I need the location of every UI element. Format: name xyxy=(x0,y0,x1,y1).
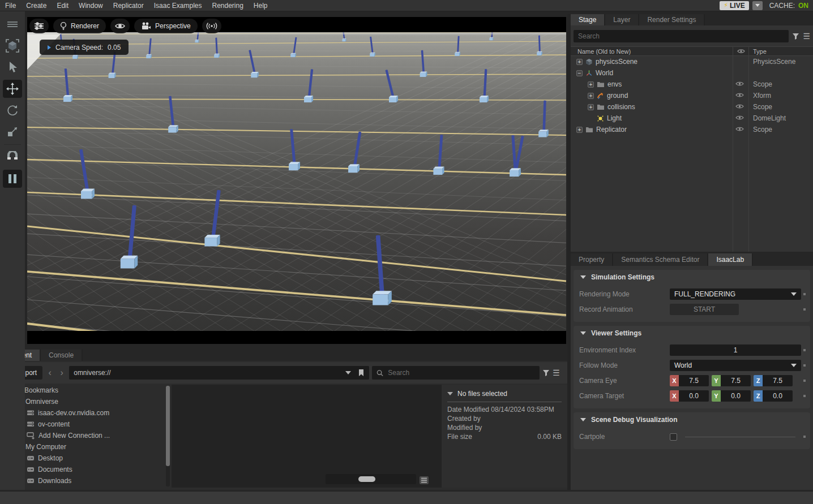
capture-button[interactable] xyxy=(202,19,221,33)
slider-thumb[interactable] xyxy=(358,476,375,482)
collapse-toggle[interactable]: − xyxy=(576,70,583,76)
axis-z-value[interactable]: 7.5 xyxy=(763,375,793,386)
snap-tool-button[interactable] xyxy=(3,148,22,166)
stage-row[interactable]: + physicsScene PhysicsScene xyxy=(571,56,813,67)
axis-y-value[interactable]: 7.5 xyxy=(721,375,751,386)
move-tool-button[interactable] xyxy=(3,80,22,98)
default-indicator[interactable] xyxy=(803,308,806,311)
visibility-menu-button[interactable] xyxy=(110,19,130,33)
stage-row[interactable]: − World xyxy=(571,67,813,79)
property-tab-isaaclab[interactable]: IsaacLab xyxy=(708,253,753,266)
icon-size-slider[interactable] xyxy=(326,474,416,484)
menu-item-file[interactable]: File xyxy=(0,0,21,11)
list-view-button[interactable] xyxy=(420,476,429,484)
content-search[interactable] xyxy=(372,366,540,380)
property-tab-property[interactable]: Property xyxy=(571,253,613,266)
bookmark-icon[interactable] xyxy=(358,369,365,377)
section-header[interactable]: Simulation Settings xyxy=(574,270,810,285)
visibility-toggle[interactable] xyxy=(735,115,744,120)
select-mode-button[interactable] xyxy=(3,37,22,55)
axis-x-value[interactable]: 7.5 xyxy=(679,375,709,386)
start-button[interactable]: START xyxy=(670,304,739,315)
stage-row[interactable]: Light DomeLight xyxy=(571,113,813,124)
menu-item-rendering[interactable]: Rendering xyxy=(207,0,248,11)
toolbar-grip[interactable] xyxy=(3,15,22,33)
content-search-input[interactable] xyxy=(388,369,535,377)
content-tab-console[interactable]: Console xyxy=(41,350,83,361)
section-header[interactable]: Viewer Settings xyxy=(574,326,810,341)
visibility-toggle[interactable] xyxy=(735,81,744,87)
pause-button[interactable] xyxy=(3,170,22,188)
rendering-mode-dropdown[interactable]: FULL_RENDERING xyxy=(670,288,801,300)
follow-mode-dropdown[interactable]: World xyxy=(670,360,801,371)
axis-z-value[interactable]: 0.0 xyxy=(763,390,793,402)
stage-search-input[interactable] xyxy=(574,30,789,42)
column-visibility-icon[interactable] xyxy=(737,49,745,54)
visibility-toggle[interactable] xyxy=(735,92,744,98)
tree-item-add-new-connection-[interactable]: + Add New Connection ... xyxy=(0,430,172,441)
property-tab-semantics-schema-editor[interactable]: Semantics Schema Editor xyxy=(613,253,708,266)
default-indicator[interactable] xyxy=(803,436,806,438)
expand-toggle[interactable]: + xyxy=(576,127,583,133)
viewport-scene[interactable] xyxy=(27,32,566,331)
stage-tab-layer[interactable]: Layer xyxy=(605,14,639,25)
forward-button[interactable]: › xyxy=(57,368,66,378)
default-indicator[interactable] xyxy=(803,395,806,397)
stage-tab-stage[interactable]: Stage xyxy=(571,14,605,25)
viewport[interactable]: Renderer Perspective Camera Speed: 0.05 xyxy=(27,17,566,344)
expand-toggle[interactable]: + xyxy=(588,93,594,99)
tree-item-downloads[interactable]: + Downloads xyxy=(0,475,172,486)
stage-row[interactable]: + envs Scope xyxy=(571,79,813,90)
menu-item-edit[interactable]: Edit xyxy=(52,0,74,11)
tree-item-omniverse[interactable]: − Omniverse xyxy=(0,396,172,407)
visibility-toggle[interactable] xyxy=(735,126,744,132)
options-menu-icon[interactable]: ☰ xyxy=(803,32,810,40)
select-tool-button[interactable] xyxy=(3,58,22,76)
details-header[interactable]: No files selected xyxy=(447,388,562,399)
filter-icon[interactable] xyxy=(542,369,550,376)
environment-index-input[interactable]: 1 xyxy=(670,344,801,356)
cartpole-checkbox[interactable] xyxy=(670,433,677,441)
viewport-settings-button[interactable] xyxy=(29,19,49,33)
live-button[interactable]: ⚡ LIVE xyxy=(720,1,748,10)
expand-toggle[interactable]: + xyxy=(588,104,594,110)
menu-item-isaac-examples[interactable]: Isaac Examples xyxy=(149,0,207,11)
menu-item-replicator[interactable]: Replicator xyxy=(108,0,149,11)
visibility-toggle[interactable] xyxy=(735,104,744,109)
tree-item-isaac-dev-ov-nvidia-com[interactable]: + isaac-dev.ov.nvidia.com xyxy=(0,407,172,419)
tree-scrollbar[interactable] xyxy=(166,386,170,486)
tree-item[interactable]: + xyxy=(0,486,172,488)
column-type-label[interactable]: Type xyxy=(753,48,767,55)
default-indicator[interactable] xyxy=(803,364,806,367)
tree-item-desktop[interactable]: + Desktop xyxy=(0,453,172,464)
section-header[interactable]: Scene Debug Visualization xyxy=(574,412,810,427)
options-menu-icon[interactable]: ☰ xyxy=(553,369,560,377)
stage-row[interactable]: + Replicator Scope xyxy=(571,124,813,135)
scale-tool-button[interactable] xyxy=(3,123,22,141)
column-name-label[interactable]: Name (Old to New) xyxy=(577,48,631,55)
scrollbar-thumb[interactable] xyxy=(166,386,170,466)
chevron-down-icon[interactable] xyxy=(345,371,351,374)
default-indicator[interactable] xyxy=(803,349,806,351)
back-button[interactable]: ‹ xyxy=(45,368,54,378)
axis-x-value[interactable]: 0.0 xyxy=(679,390,709,402)
filter-icon[interactable] xyxy=(792,33,799,40)
file-grid[interactable] xyxy=(172,385,442,488)
tree-item-ov-content[interactable]: + ov-content xyxy=(0,419,172,430)
tree-item-documents[interactable]: + Documents xyxy=(0,464,172,475)
live-dropdown-button[interactable] xyxy=(752,1,763,10)
stage-row[interactable]: + ground Xform xyxy=(571,90,813,101)
menu-item-window[interactable]: Window xyxy=(74,0,108,11)
tree-item-bookmarks[interactable]: − Bookmarks xyxy=(0,385,172,396)
stage-tab-render-settings[interactable]: Render Settings xyxy=(639,14,705,25)
camera-menu-button[interactable]: Perspective xyxy=(134,19,198,33)
rotate-tool-button[interactable] xyxy=(3,101,22,119)
default-indicator[interactable] xyxy=(803,293,806,295)
default-indicator[interactable] xyxy=(803,380,806,382)
stage-row[interactable]: + collisions Scope xyxy=(571,101,813,113)
tree-item-my-computer[interactable]: − My Computer xyxy=(0,441,172,453)
menu-item-create[interactable]: Create xyxy=(21,0,52,11)
renderer-menu-button[interactable]: Renderer xyxy=(53,19,106,33)
path-field[interactable]: omniverse:// xyxy=(69,366,369,380)
menu-item-help[interactable]: Help xyxy=(249,0,273,11)
